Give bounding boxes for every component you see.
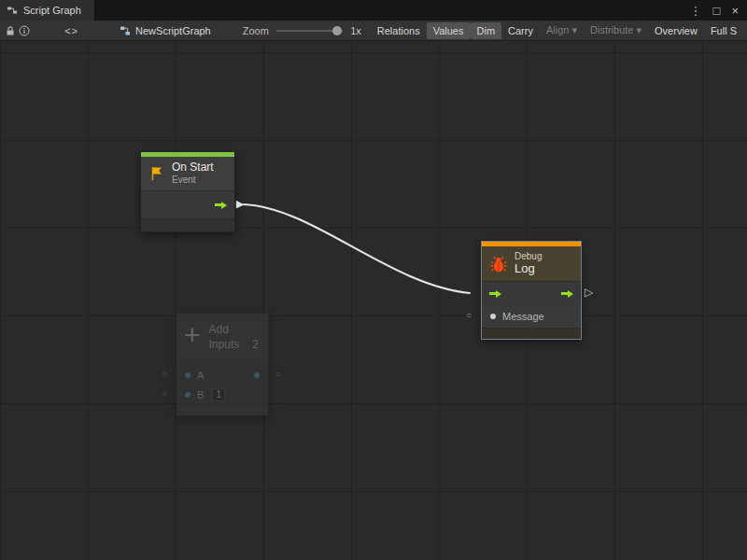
input-b-row: B 1 — [176, 385, 268, 404]
zoom-slider[interactable] — [276, 30, 343, 32]
debug-flow-row — [482, 281, 581, 305]
window-titlebar: Script Graph ⋮ □ × — [0, 0, 747, 21]
input-b-outer-circle[interactable]: ○ — [162, 389, 167, 399]
on-start-node[interactable]: On Start Event — [140, 151, 235, 232]
flag-icon — [148, 165, 165, 182]
info-icon[interactable] — [18, 22, 32, 39]
menu-icon[interactable]: ⋮ — [690, 5, 702, 17]
debug-header: Debug Log — [482, 246, 581, 281]
add-inputs-footer — [176, 404, 268, 415]
overview-button[interactable]: Overview — [648, 22, 704, 39]
on-start-port-row — [141, 190, 234, 218]
message-port-circle[interactable]: ○ — [466, 311, 472, 320]
add-inputs-node[interactable]: + Add Inputs 2 A B 1 ○ ○ ○ — [176, 313, 269, 416]
debug-log-node[interactable]: Debug Log Message — [481, 241, 582, 340]
input-a-row: A — [176, 365, 268, 385]
add-icon: + — [184, 323, 201, 347]
zoom-label: Zoom — [243, 25, 269, 36]
flow-input-port[interactable] — [489, 290, 501, 298]
debug-footer — [482, 328, 581, 339]
flow-output-port[interactable] — [561, 290, 573, 298]
maximize-icon[interactable]: □ — [713, 5, 721, 17]
carry-button[interactable]: Carry — [501, 22, 540, 39]
input-a-label: A — [197, 370, 204, 381]
dim-button[interactable]: Dim — [471, 22, 502, 39]
window-controls: ⋮ □ × — [690, 5, 747, 17]
on-start-title: On Start — [172, 161, 214, 175]
code-icon[interactable]: <> — [64, 25, 78, 36]
add-inputs-count: 2 — [252, 338, 259, 351]
input-b-port[interactable] — [185, 392, 190, 398]
add-inputs-header: + Add Inputs 2 — [176, 314, 268, 365]
debug-message-row: Message — [482, 305, 581, 328]
input-b-label: B — [197, 389, 204, 400]
graph-canvas[interactable]: On Start Event ▶ — [0, 41, 747, 560]
lock-icon[interactable] — [4, 22, 18, 39]
bug-icon — [489, 255, 508, 273]
graph-toolbar: <> NewScriptGraph Zoom 1x Relations Valu… — [0, 21, 747, 41]
input-a-port[interactable] — [185, 372, 190, 378]
on-start-footer — [141, 218, 234, 231]
graph-asset-icon — [120, 25, 131, 36]
distribute-button[interactable]: Distribute ▾ — [584, 21, 648, 39]
tab-title: Script Graph — [23, 5, 81, 16]
output-a-port[interactable] — [254, 372, 260, 378]
fullscreen-button[interactable]: Full S — [704, 22, 743, 39]
on-start-header: On Start Event — [141, 157, 234, 190]
output-a-outer-circle[interactable]: ○ — [275, 370, 281, 379]
input-b-value-field[interactable]: 1 — [212, 388, 225, 401]
wire-start-triangle[interactable]: ▶ — [236, 199, 244, 209]
zoom-value: 1x — [350, 25, 361, 36]
add-inputs-line1: Add — [209, 323, 261, 336]
align-button[interactable]: Align ▾ — [540, 21, 584, 39]
message-input-port[interactable] — [490, 314, 496, 319]
zoom-slider-handle[interactable] — [332, 26, 342, 35]
on-start-subtitle: Event — [172, 175, 214, 186]
add-inputs-line2: Inputs — [209, 338, 240, 351]
connection-wire[interactable] — [0, 41, 747, 560]
debug-output-triangle[interactable]: ▷ — [585, 287, 593, 298]
graph-name-label: NewScriptGraph — [135, 25, 211, 36]
script-graph-icon — [7, 5, 18, 16]
breadcrumb-graph[interactable]: NewScriptGraph — [120, 25, 211, 36]
input-a-outer-circle[interactable]: ○ — [162, 370, 167, 379]
tab-script-graph[interactable]: Script Graph — [0, 0, 94, 21]
flow-output-port[interactable] — [215, 202, 227, 209]
values-button[interactable]: Values — [427, 22, 471, 39]
close-icon[interactable]: × — [731, 5, 739, 17]
debug-title: Log — [514, 262, 542, 276]
message-label: Message — [502, 311, 544, 322]
relations-button[interactable]: Relations — [371, 22, 427, 39]
